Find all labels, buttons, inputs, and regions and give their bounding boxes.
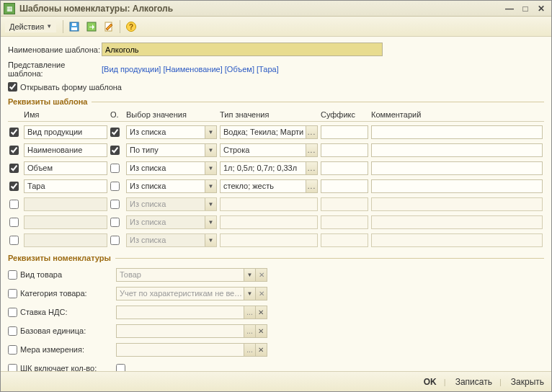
row-name-input[interactable] (24, 125, 107, 139)
nom-value-vat-rate[interactable]: ...✕ (116, 306, 267, 319)
nom-checkbox-product-category[interactable] (8, 289, 17, 298)
chevron-down-icon[interactable]: ▼ (205, 126, 216, 138)
green-arrow-icon (86, 21, 97, 32)
toolbar-separator (63, 20, 63, 33)
row-type-value[interactable]: стекло; жесть... (220, 179, 318, 193)
row-enable-checkbox[interactable] (9, 200, 19, 209)
window-close-button[interactable]: ✕ (534, 4, 548, 14)
row-comment-input[interactable] (371, 161, 543, 175)
row-comment-input[interactable] (371, 143, 543, 157)
row-type-value[interactable]: 1л; 0,5л; 0,7л; 0,33л... (220, 161, 318, 175)
row-suffix-input[interactable] (321, 161, 368, 175)
row-name-input (24, 197, 107, 211)
clear-icon[interactable]: ✕ (255, 288, 267, 300)
nom-value-measure[interactable]: ...✕ (116, 343, 267, 357)
ellipsis-button[interactable]: ... (244, 325, 255, 337)
chevron-down-icon[interactable]: ▼ (244, 288, 255, 300)
nom-checkbox-vat-rate[interactable] (8, 308, 17, 317)
row-enable-checkbox[interactable] (9, 182, 19, 191)
grid-row: Из списка▼Водка; Текила; Марти... (8, 124, 544, 140)
window-minimize-button[interactable]: ― (502, 4, 517, 14)
clear-icon[interactable]: ✕ (255, 325, 267, 337)
row-required-checkbox[interactable] (110, 128, 120, 137)
row-required-checkbox[interactable] (110, 182, 120, 191)
ellipsis-button[interactable]: ... (244, 344, 255, 356)
nomenclature-row-vat-rate: Ставка НДС:...✕ (8, 304, 544, 320)
row-required-checkbox[interactable] (110, 164, 120, 173)
chevron-down-icon[interactable]: ▼ (205, 180, 216, 192)
nom-checkbox-measure[interactable] (8, 345, 17, 355)
clear-icon[interactable]: ✕ (255, 344, 267, 356)
toolbar-edit-button[interactable] (101, 19, 117, 35)
ellipsis-button[interactable]: ... (306, 162, 317, 174)
chevron-down-icon[interactable]: ▼ (205, 162, 216, 174)
header-name: Имя (22, 110, 109, 119)
nom-label-measure: Мера измерения: (20, 345, 84, 354)
ellipsis-button[interactable]: ... (306, 180, 317, 192)
nom-value-base-unit[interactable]: ...✕ (116, 324, 267, 338)
nom-checkbox-product-type[interactable] (8, 270, 17, 280)
toolbar-next-button[interactable] (84, 19, 99, 35)
row-select-mode-dropdown[interactable]: По типу▼ (126, 143, 217, 157)
row-type-value[interactable]: Строка... (220, 143, 318, 157)
ellipsis-button[interactable]: ... (244, 306, 255, 318)
row-name-input[interactable] (24, 161, 107, 175)
row-enable-checkbox[interactable] (9, 218, 19, 227)
row-enable-checkbox[interactable] (9, 236, 19, 245)
representation-value: [Вид продукции] [Наименование] [Объем] [… (102, 65, 279, 74)
row-comment-input[interactable] (371, 179, 543, 193)
clear-icon[interactable]: ✕ (255, 269, 267, 281)
template-name-input[interactable] (102, 43, 383, 56)
chevron-down-icon[interactable]: ▼ (244, 269, 255, 281)
row-enable-checkbox[interactable] (9, 128, 19, 137)
row-name-input[interactable] (24, 179, 107, 193)
ellipsis-button[interactable]: ... (306, 126, 317, 138)
row-suffix-input[interactable] (321, 143, 368, 157)
row-type-value[interactable]: Водка; Текила; Марти... (220, 125, 318, 139)
chevron-down-icon: ▼ (205, 198, 216, 210)
header-suf: Суффикс (319, 110, 370, 119)
floppy-icon (68, 21, 80, 32)
empty-suffix-cell (321, 197, 368, 211)
row-select-mode-dropdown[interactable]: Из списка▼ (126, 179, 217, 193)
toolbar-save-button[interactable] (66, 19, 82, 35)
nom-dropdown-product-category[interactable]: Учет по характеристикам не ведется▼✕ (116, 287, 267, 300)
section-template-props-title: Реквизиты шаблона (8, 97, 544, 106)
nom-value-checkbox-bc-includes-qty[interactable] (116, 364, 125, 371)
row-required-checkbox[interactable] (110, 218, 120, 227)
row-select-mode-dropdown[interactable]: Из списка▼ (126, 125, 217, 139)
clear-icon[interactable]: ✕ (255, 306, 267, 318)
nom-checkbox-bc-includes-qty[interactable] (8, 364, 17, 372)
row-required-checkbox[interactable] (110, 146, 120, 155)
row-comment-input[interactable] (371, 125, 543, 139)
dropdown-value: Из списка (130, 182, 166, 190)
row-required-checkbox[interactable] (110, 236, 120, 245)
row-select-mode-dropdown[interactable]: Из списка▼ (126, 161, 217, 175)
type-text: стекло; жесть (223, 182, 274, 190)
row-required-checkbox[interactable] (110, 200, 120, 209)
nomenclature-row-bc-includes-qty: ШК включает кол-во: (8, 360, 544, 371)
type-text: Водка; Текила; Марти (223, 128, 303, 136)
section-template-props-text: Реквизиты шаблона (8, 97, 87, 106)
nom-checkbox-base-unit[interactable] (8, 326, 17, 336)
toolbar-help-button[interactable]: ? (123, 19, 139, 35)
empty-type-cell (220, 233, 318, 247)
save-button[interactable]: Записать (455, 377, 492, 387)
row-suffix-input[interactable] (321, 179, 368, 193)
row-enable-checkbox[interactable] (9, 164, 19, 173)
nom-dropdown-product-type[interactable]: Товар▼✕ (116, 268, 267, 282)
row-suffix-input[interactable] (321, 125, 368, 139)
svg-text:?: ? (129, 23, 133, 31)
window-maximize-button[interactable]: □ (518, 4, 533, 14)
actions-menu-button[interactable]: Действия ▼ (5, 21, 56, 32)
row-enable-checkbox[interactable] (9, 146, 19, 155)
section-divider (115, 258, 544, 259)
chevron-down-icon: ▼ (46, 23, 52, 30)
ok-button[interactable]: OK (424, 377, 437, 387)
row-name-input[interactable] (24, 143, 107, 157)
close-button[interactable]: Закрыть (511, 377, 544, 387)
open-form-checkbox[interactable] (8, 82, 17, 92)
header-sel: Выбор значения (125, 110, 218, 119)
chevron-down-icon[interactable]: ▼ (205, 144, 216, 156)
ellipsis-button[interactable]: ... (306, 144, 317, 156)
